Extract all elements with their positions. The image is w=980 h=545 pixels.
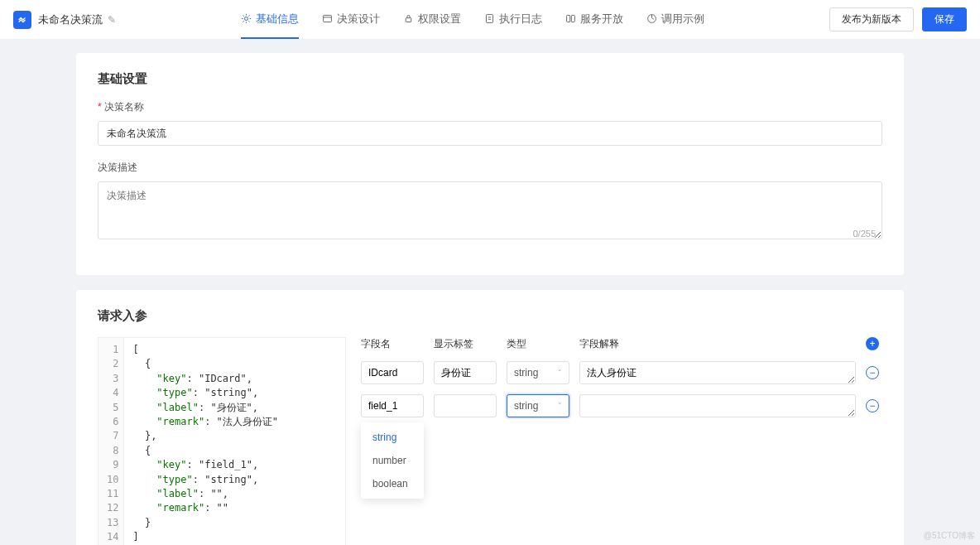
col-label: 显示标签 [434, 337, 497, 351]
lock-icon [403, 13, 414, 24]
tab-label: 服务开放 [580, 12, 623, 27]
edit-title-icon[interactable]: ✎ [108, 14, 116, 26]
svg-point-0 [244, 17, 247, 20]
main-tabs: 基础信息 决策设计 权限设置 执行日志 服务开放 调用示例 [116, 0, 829, 39]
desc-char-count: 0/255 [853, 229, 876, 239]
param-table: 字段名 显示标签 类型 字段解释 + string˅法人身份证−string˄s… [361, 337, 882, 545]
name-label: 决策名称 [98, 100, 882, 114]
svg-rect-3 [486, 15, 492, 23]
tab-label: 基础信息 [256, 12, 299, 27]
type-option-number[interactable]: number [361, 449, 424, 472]
tab-label: 调用示例 [661, 12, 704, 27]
json-preview: 1 2 3 4 5 6 7 8 9 10 11 12 13 14 [ { "ke… [98, 337, 346, 545]
basic-settings-card: 基础设置 决策名称 决策描述 0/255 [76, 53, 904, 275]
publish-button[interactable]: 发布为新版本 [829, 7, 914, 31]
label-input[interactable] [434, 361, 497, 384]
basic-heading: 基础设置 [98, 71, 882, 87]
add-row-button[interactable]: + [866, 337, 879, 350]
save-button[interactable]: 保存 [922, 7, 967, 31]
type-option-boolean[interactable]: boolean [361, 472, 424, 495]
field-input[interactable] [361, 394, 424, 417]
chevron-up-icon: ˄ [558, 402, 562, 410]
header-actions: 发布为新版本 保存 [829, 7, 967, 31]
col-remark: 字段解释 [579, 337, 856, 351]
svg-rect-2 [406, 18, 411, 22]
svg-rect-4 [567, 15, 570, 22]
svg-rect-1 [324, 15, 332, 22]
service-icon [565, 13, 576, 24]
type-option-string[interactable]: string [361, 426, 424, 449]
param-row: string˅法人身份证− [361, 361, 882, 384]
top-bar: 未命名决策流 ✎ 基础信息 决策设计 权限设置 执行日志 服务开放 调用示例 发… [0, 0, 980, 40]
chevron-down-icon: ˅ [558, 369, 562, 377]
col-type: 类型 [507, 337, 569, 351]
tab-design[interactable]: 决策设计 [322, 0, 380, 39]
tab-permission[interactable]: 权限设置 [403, 0, 461, 39]
tab-label: 权限设置 [418, 12, 461, 27]
tab-log[interactable]: 执行日志 [484, 0, 542, 39]
tab-example[interactable]: 调用示例 [646, 0, 704, 39]
params-card: 请求入参 1 2 3 4 5 6 7 8 9 10 11 12 13 14 [ … [76, 290, 904, 545]
app-icon [13, 11, 31, 29]
col-field: 字段名 [361, 337, 424, 351]
tab-label: 执行日志 [499, 12, 542, 27]
svg-rect-5 [571, 15, 574, 22]
log-icon [484, 13, 495, 24]
watermark: @51CTO博客 [924, 530, 975, 542]
params-heading: 请求入参 [98, 308, 882, 324]
param-row: string˄stringnumberboolean− [361, 394, 882, 417]
example-icon [646, 13, 657, 24]
type-dropdown: stringnumberboolean [361, 422, 424, 499]
remark-input[interactable]: 法人身份证 [579, 361, 856, 384]
type-select[interactable]: string˄stringnumberboolean [507, 394, 569, 417]
page-title: 未命名决策流 [38, 12, 103, 27]
delete-row-button[interactable]: − [866, 399, 879, 412]
tab-label: 决策设计 [337, 12, 380, 27]
desc-textarea[interactable] [98, 181, 882, 239]
label-input[interactable] [434, 394, 497, 417]
name-input[interactable] [98, 121, 882, 146]
design-icon [322, 13, 333, 24]
field-input[interactable] [361, 361, 424, 384]
remark-input[interactable] [579, 394, 856, 417]
type-select[interactable]: string˅ [507, 361, 569, 384]
tab-basic-info[interactable]: 基础信息 [241, 0, 299, 39]
tab-service[interactable]: 服务开放 [565, 0, 623, 39]
desc-label: 决策描述 [98, 161, 882, 175]
setting-icon [241, 13, 252, 24]
delete-row-button[interactable]: − [866, 366, 879, 379]
